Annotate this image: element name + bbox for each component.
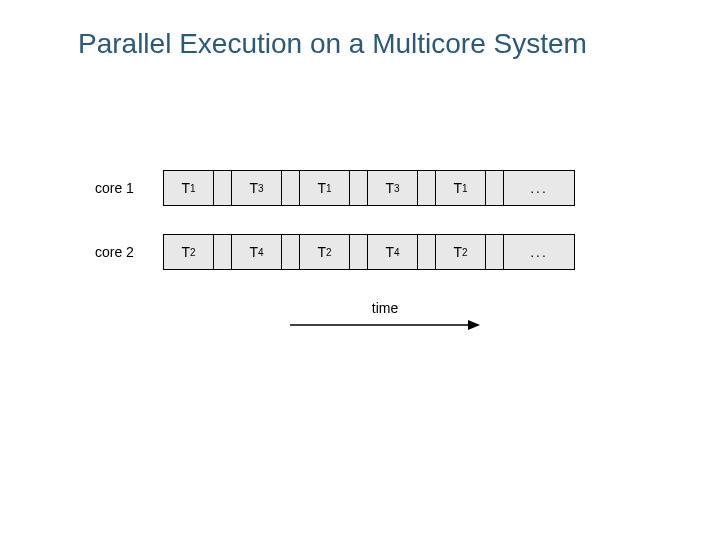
time-label: time xyxy=(290,300,480,316)
core1-slot-1: T1 xyxy=(164,171,214,205)
core-2-track: T2 T4 T2 T4 T2 ... xyxy=(163,234,575,270)
core1-gap-2 xyxy=(282,171,300,205)
core1-ellipsis: ... xyxy=(504,171,574,205)
core-row-1: core 1 T1 T3 T1 T3 T1 ... xyxy=(95,170,575,206)
core2-gap-1 xyxy=(214,235,232,269)
core1-slot-3: T1 xyxy=(300,171,350,205)
core1-gap-3 xyxy=(350,171,368,205)
core1-gap-5 xyxy=(486,171,504,205)
core1-slot-4: T3 xyxy=(368,171,418,205)
core2-ellipsis: ... xyxy=(504,235,574,269)
core1-gap-1 xyxy=(214,171,232,205)
core-1-track: T1 T3 T1 T3 T1 ... xyxy=(163,170,575,206)
core2-gap-3 xyxy=(350,235,368,269)
core2-slot-4: T4 xyxy=(368,235,418,269)
core2-gap-4 xyxy=(418,235,436,269)
core-2-label: core 2 xyxy=(95,244,155,260)
core2-slot-1: T2 xyxy=(164,235,214,269)
core2-gap-2 xyxy=(282,235,300,269)
core2-slot-3: T2 xyxy=(300,235,350,269)
slide-title: Parallel Execution on a Multicore System xyxy=(78,28,587,60)
core1-slot-5: T1 xyxy=(436,171,486,205)
time-arrow-icon xyxy=(290,318,480,332)
svg-marker-1 xyxy=(468,320,480,330)
core2-slot-5: T2 xyxy=(436,235,486,269)
time-axis: time xyxy=(290,300,480,332)
core1-slot-2: T3 xyxy=(232,171,282,205)
core-row-2: core 2 T2 T4 T2 T4 T2 ... xyxy=(95,234,575,270)
core2-gap-5 xyxy=(486,235,504,269)
core-1-label: core 1 xyxy=(95,180,155,196)
core2-slot-2: T4 xyxy=(232,235,282,269)
core1-gap-4 xyxy=(418,171,436,205)
multicore-diagram: core 1 T1 T3 T1 T3 T1 ... core 2 T2 T4 T… xyxy=(95,170,575,298)
